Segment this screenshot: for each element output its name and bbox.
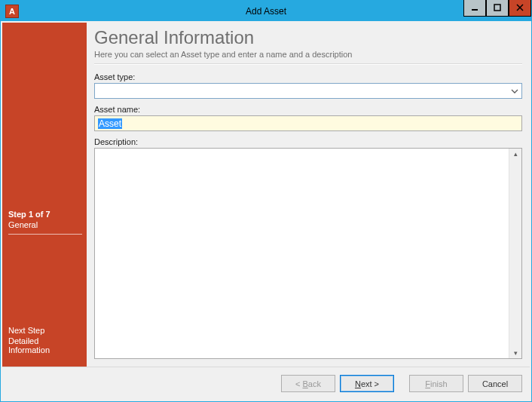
window-controls (463, 0, 531, 17)
header-divider (94, 63, 522, 65)
cancel-button[interactable]: Cancel (468, 375, 522, 392)
asset-name-value: Asset (98, 118, 122, 129)
app-icon-letter: A (9, 7, 15, 16)
asset-type-select[interactable] (94, 83, 522, 99)
close-button[interactable] (509, 0, 531, 17)
body: Step 1 of 7 General Next Step Detailed I… (2, 23, 530, 367)
next-button[interactable]: Next > (340, 375, 394, 392)
wizard-window: A Add Asset Step 1 of 7 General (0, 0, 532, 402)
page-title: General Information (94, 27, 522, 48)
main-panel: General Information Here you can select … (87, 23, 530, 367)
asset-name-label: Asset name: (94, 105, 522, 114)
asset-name-input[interactable]: Asset (94, 115, 522, 131)
description-input[interactable]: ▴ ▾ (94, 148, 522, 359)
current-step-name: General (8, 220, 82, 229)
header-block: General Information Here you can select … (94, 23, 522, 72)
maximize-icon (494, 4, 501, 11)
description-row: Description: ▴ ▾ (94, 137, 522, 359)
maximize-button[interactable] (486, 0, 509, 17)
form: Asset type: Asset name: Asset (94, 72, 522, 367)
client-area: Step 1 of 7 General Next Step Detailed I… (1, 21, 531, 401)
asset-name-row: Asset name: Asset (94, 105, 522, 131)
minimize-icon (471, 4, 478, 11)
titlebar: A Add Asset (1, 1, 531, 21)
sidebar-divider (8, 234, 82, 235)
svg-rect-1 (494, 5, 500, 11)
wizard-footer: < Back Next > Finish Cancel (2, 367, 530, 400)
scroll-up-icon: ▴ (514, 150, 518, 158)
next-step-name: Detailed Information (8, 336, 82, 354)
next-step-block: Next Step Detailed Information (8, 326, 82, 354)
wizard-sidebar: Step 1 of 7 General Next Step Detailed I… (2, 23, 87, 367)
step-counter: Step 1 of 7 (8, 210, 82, 219)
close-icon (516, 4, 524, 11)
chevron-down-icon (511, 87, 518, 95)
window-title: Add Asset (1, 6, 531, 17)
minimize-button[interactable] (463, 0, 486, 17)
page-subtitle: Here you can select an Asset type and en… (94, 50, 522, 59)
asset-type-label: Asset type: (94, 72, 522, 81)
description-text (95, 149, 509, 358)
vertical-scrollbar[interactable]: ▴ ▾ (509, 149, 521, 358)
svg-rect-0 (472, 9, 478, 11)
app-icon: A (5, 5, 19, 18)
asset-type-row: Asset type: (94, 72, 522, 99)
scroll-down-icon: ▾ (514, 349, 518, 357)
finish-button[interactable]: Finish (409, 375, 463, 392)
next-step-label: Next Step (8, 326, 82, 335)
current-step-block: Step 1 of 7 General (8, 210, 82, 235)
description-label: Description: (94, 137, 522, 146)
back-button[interactable]: < Back (281, 375, 335, 392)
